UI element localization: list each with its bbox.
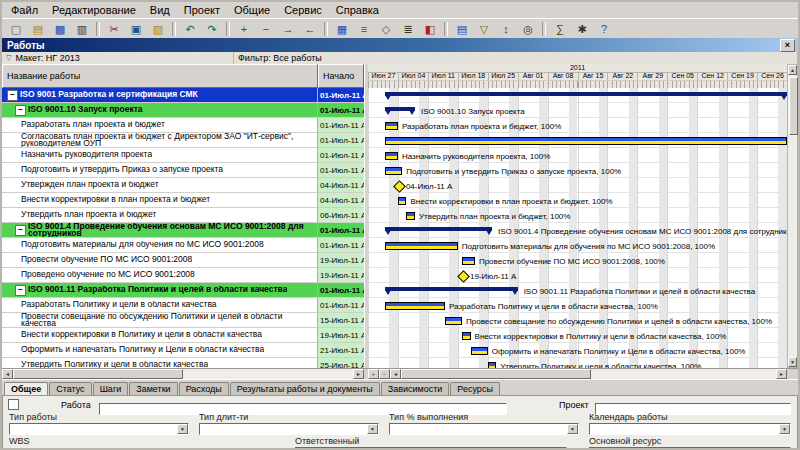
table-row[interactable]: −ISO 9001.10 Запуск проекта01-Июл-11 А <box>2 103 364 118</box>
detail-tab[interactable]: Общее <box>4 382 48 396</box>
field-combo[interactable]: ▼ <box>9 423 189 435</box>
menu-item[interactable]: Сервис <box>277 3 329 17</box>
table-row[interactable]: Внести корректировки в Политику и цели в… <box>2 328 364 343</box>
task-bar[interactable] <box>385 137 787 145</box>
table-row[interactable]: Назначить руководителя проекта01-Июл-11 … <box>2 148 364 163</box>
table-row[interactable]: Утвердить план проекта и бюджет06-Июл-11… <box>2 208 364 223</box>
summary-bar[interactable] <box>385 92 787 96</box>
table-row[interactable]: −ISO 9001 Разработка и сертификация СМК0… <box>2 88 364 103</box>
new-icon[interactable]: ▢ <box>6 20 26 38</box>
resources-view-icon[interactable]: ≣ <box>398 20 418 38</box>
detail-tab[interactable]: Ресурсы <box>450 382 500 395</box>
table-row[interactable]: Утвержден план проекта и бюджет04-Июл-11… <box>2 178 364 193</box>
field-combo[interactable]: ▼ <box>389 423 579 435</box>
histogram-view-icon[interactable]: ◧ <box>420 20 440 38</box>
settings-icon[interactable]: ✱ <box>572 20 592 38</box>
detail-tab[interactable]: Зависимости <box>381 382 450 395</box>
zoom-in-icon[interactable]: + <box>368 369 379 379</box>
table-row[interactable]: Проведено обучение по МС ИСО 9001:200819… <box>2 268 364 283</box>
filter-icon[interactable]: ▽ <box>474 20 494 38</box>
save-icon[interactable]: ▩ <box>50 20 70 38</box>
task-bar[interactable] <box>385 302 445 310</box>
delete-row-icon[interactable]: − <box>256 20 276 38</box>
outdent-icon[interactable]: ← <box>300 20 320 38</box>
network-view-icon[interactable]: ◇ <box>376 20 396 38</box>
paste-icon[interactable]: ▧ <box>148 20 168 38</box>
copy-icon[interactable]: ▣ <box>126 20 146 38</box>
table-row[interactable]: Провести обучение ПО МС ИСО 9001:200819-… <box>2 253 364 268</box>
summary-bar[interactable] <box>385 227 492 231</box>
detail-tab[interactable]: Расходы <box>179 382 229 395</box>
menu-item[interactable]: Проект <box>177 3 227 17</box>
calendar-icon[interactable]: ▤ <box>452 20 472 38</box>
close-icon[interactable]: × <box>780 39 795 52</box>
table-hscroll-thumb[interactable] <box>13 369 183 379</box>
table-row[interactable]: Подготовить материалы для обучения по МС… <box>2 238 364 253</box>
menu-item[interactable]: Файл <box>4 3 45 17</box>
menu-item[interactable]: Редактирование <box>45 3 143 17</box>
table-row[interactable]: Подготовить и утвердить Приказ о запуске… <box>2 163 364 178</box>
chevron-down-icon[interactable]: ▼ <box>779 424 790 434</box>
task-bar[interactable] <box>462 257 475 265</box>
table-row[interactable]: Провести совещание по обсуждению Политик… <box>2 313 364 328</box>
print-icon[interactable]: ▥ <box>72 20 92 38</box>
scroll-left-icon[interactable]: ◄ <box>390 369 401 379</box>
collapse-icon[interactable]: − <box>15 225 26 236</box>
table-row[interactable]: Согласовать план проекта и бюджет с Дире… <box>2 133 364 148</box>
chevron-down-icon[interactable]: ▼ <box>367 424 378 434</box>
summary-bar[interactable] <box>385 287 518 291</box>
collapse-icon[interactable]: − <box>7 90 18 101</box>
summary-bar[interactable] <box>385 107 415 111</box>
filter-selector[interactable]: Фильтр: Все работы <box>234 52 798 64</box>
gantt-view-icon[interactable]: ≡ <box>354 20 374 38</box>
undo-icon[interactable]: ↶ <box>180 20 200 38</box>
table-view-icon[interactable]: ▦ <box>332 20 352 38</box>
cut-icon[interactable]: ✂ <box>104 20 124 38</box>
zoom-out-icon[interactable]: − <box>379 369 390 379</box>
task-bar[interactable] <box>471 347 488 355</box>
scroll-right-icon[interactable]: ► <box>353 369 364 379</box>
scroll-left-icon[interactable]: ◄ <box>2 369 13 379</box>
milestone-diamond[interactable] <box>457 270 470 283</box>
calculate-icon[interactable]: ∑ <box>550 20 570 38</box>
task-bar[interactable] <box>445 317 462 325</box>
task-bar[interactable] <box>398 197 407 205</box>
menu-item[interactable]: Общие <box>227 3 277 17</box>
task-bar[interactable] <box>385 152 398 160</box>
gantt-vertical-scrollbar[interactable]: ▲ ▼ <box>787 64 798 368</box>
chevron-down-icon[interactable]: ▼ <box>567 424 578 434</box>
task-bar[interactable] <box>385 167 402 175</box>
add-row-icon[interactable]: + <box>234 20 254 38</box>
indent-icon[interactable]: → <box>278 20 298 38</box>
open-icon[interactable]: ▤ <box>28 20 48 38</box>
table-row[interactable]: Внести корректировки в план проекта и бю… <box>2 193 364 208</box>
layout-selector[interactable]: ▽ Макет: НГ 2013 <box>2 52 234 64</box>
chevron-down-icon[interactable]: ▼ <box>177 424 188 434</box>
find-icon[interactable]: ◎ <box>518 20 538 38</box>
menu-item[interactable]: Справка <box>329 3 386 17</box>
task-bar[interactable] <box>385 122 398 130</box>
task-bar[interactable] <box>406 212 415 220</box>
table-row[interactable]: −ISO 9001.11 Разработка Политики и целей… <box>2 283 364 298</box>
task-bar[interactable] <box>385 242 458 250</box>
field-combo[interactable]: ▼ <box>589 423 791 435</box>
table-row[interactable]: −ISO 9001.4 Проведение обучения основам … <box>2 223 364 238</box>
menu-item[interactable]: Вид <box>143 3 177 17</box>
redo-icon[interactable]: ↷ <box>202 20 222 38</box>
collapse-icon[interactable]: − <box>15 105 26 116</box>
scroll-up-icon[interactable]: ▲ <box>788 65 797 75</box>
table-row[interactable]: Оформить и напечатать Политику и Цели в … <box>2 343 364 358</box>
sort-icon[interactable]: ↕ <box>496 20 516 38</box>
detail-tab[interactable]: Шаги <box>93 382 129 395</box>
table-row[interactable]: Разработать план проекта и бюджет01-Июл-… <box>2 118 364 133</box>
detail-tab[interactable]: Результаты работы и документы <box>230 382 380 395</box>
column-header-start[interactable]: Начало <box>318 64 364 88</box>
vertical-scroll-thumb[interactable] <box>789 77 798 135</box>
detail-tab[interactable]: Статус <box>49 382 91 395</box>
table-row[interactable]: Разработать Политику и цели в области ка… <box>2 298 364 313</box>
column-header-name[interactable]: Название работы <box>2 64 318 88</box>
field-combo[interactable]: ▼ <box>199 423 379 435</box>
table-row[interactable]: Утвердить Политику и цели в области каче… <box>2 358 364 368</box>
detail-tab[interactable]: Заметки <box>129 382 177 395</box>
scroll-right-icon[interactable]: ► <box>776 369 787 379</box>
